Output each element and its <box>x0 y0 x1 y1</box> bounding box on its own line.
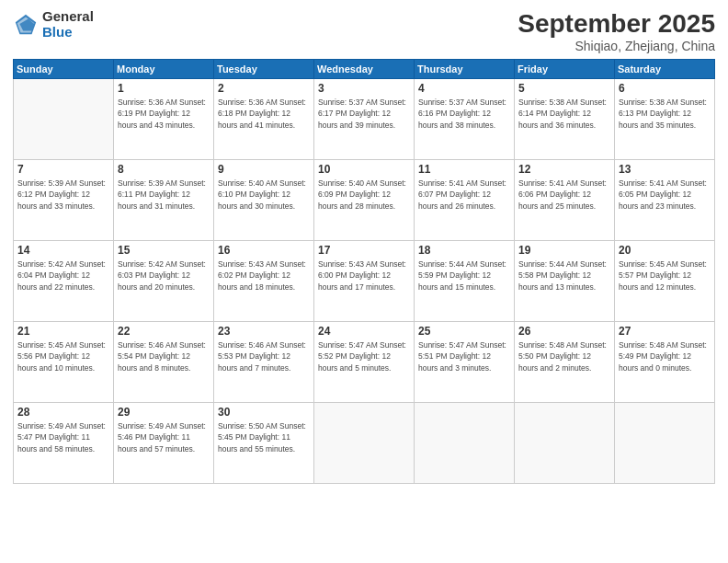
table-row: 7Sunrise: 5:39 AM Sunset: 6:12 PM Daylig… <box>14 160 114 241</box>
day-info: Sunrise: 5:42 AM Sunset: 6:04 PM Dayligh… <box>17 259 109 293</box>
table-row: 17Sunrise: 5:43 AM Sunset: 6:00 PM Dayli… <box>314 241 415 322</box>
logo-blue-text: Blue <box>42 25 94 40</box>
day-number: 23 <box>218 325 310 338</box>
day-number: 30 <box>218 406 310 419</box>
day-number: 15 <box>118 244 210 257</box>
day-info: Sunrise: 5:48 AM Sunset: 5:50 PM Dayligh… <box>518 339 610 373</box>
table-row: 15Sunrise: 5:42 AM Sunset: 6:03 PM Dayli… <box>114 241 214 322</box>
col-wednesday: Wednesday <box>314 60 415 79</box>
col-thursday: Thursday <box>415 60 515 79</box>
day-info: Sunrise: 5:44 AM Sunset: 5:59 PM Dayligh… <box>418 259 510 293</box>
day-number: 19 <box>518 244 610 257</box>
day-info: Sunrise: 5:41 AM Sunset: 6:05 PM Dayligh… <box>619 178 711 212</box>
day-info: Sunrise: 5:39 AM Sunset: 6:11 PM Dayligh… <box>118 178 210 212</box>
table-row: 12Sunrise: 5:41 AM Sunset: 6:06 PM Dayli… <box>515 160 615 241</box>
day-number: 21 <box>17 325 109 338</box>
table-row: 13Sunrise: 5:41 AM Sunset: 6:05 PM Dayli… <box>615 160 715 241</box>
table-row: 26Sunrise: 5:48 AM Sunset: 5:50 PM Dayli… <box>515 322 615 403</box>
table-row: 1Sunrise: 5:36 AM Sunset: 6:19 PM Daylig… <box>114 79 214 160</box>
table-row: 11Sunrise: 5:41 AM Sunset: 6:07 PM Dayli… <box>415 160 515 241</box>
day-number: 10 <box>318 163 410 176</box>
day-number: 22 <box>118 325 210 338</box>
table-row: 20Sunrise: 5:45 AM Sunset: 5:57 PM Dayli… <box>615 241 715 322</box>
day-info: Sunrise: 5:36 AM Sunset: 6:18 PM Dayligh… <box>218 97 310 131</box>
title-block: September 2025 Shiqiao, Zhejiang, China <box>518 9 715 53</box>
table-row: 28Sunrise: 5:49 AM Sunset: 5:47 PM Dayli… <box>14 403 114 484</box>
table-row: 23Sunrise: 5:46 AM Sunset: 5:53 PM Dayli… <box>214 322 314 403</box>
day-info: Sunrise: 5:40 AM Sunset: 6:09 PM Dayligh… <box>318 178 410 212</box>
table-row: 19Sunrise: 5:44 AM Sunset: 5:58 PM Dayli… <box>515 241 615 322</box>
col-monday: Monday <box>114 60 214 79</box>
day-info: Sunrise: 5:47 AM Sunset: 5:51 PM Dayligh… <box>418 339 510 373</box>
table-row: 14Sunrise: 5:42 AM Sunset: 6:04 PM Dayli… <box>14 241 114 322</box>
table-row: 16Sunrise: 5:43 AM Sunset: 6:02 PM Dayli… <box>214 241 314 322</box>
day-number: 28 <box>17 406 109 419</box>
day-info: Sunrise: 5:38 AM Sunset: 6:13 PM Dayligh… <box>619 97 711 131</box>
table-row: 4Sunrise: 5:37 AM Sunset: 6:16 PM Daylig… <box>415 79 515 160</box>
table-row: 22Sunrise: 5:46 AM Sunset: 5:54 PM Dayli… <box>114 322 214 403</box>
day-number: 18 <box>418 244 510 257</box>
table-row: 10Sunrise: 5:40 AM Sunset: 6:09 PM Dayli… <box>314 160 415 241</box>
table-row <box>515 403 615 484</box>
day-info: Sunrise: 5:44 AM Sunset: 5:58 PM Dayligh… <box>518 259 610 293</box>
day-info: Sunrise: 5:48 AM Sunset: 5:49 PM Dayligh… <box>619 339 711 373</box>
table-row <box>14 79 114 160</box>
logo-general-text: General <box>42 9 94 25</box>
day-number: 8 <box>118 163 210 176</box>
day-number: 27 <box>619 325 711 338</box>
day-info: Sunrise: 5:41 AM Sunset: 6:06 PM Dayligh… <box>518 178 610 212</box>
table-row: 27Sunrise: 5:48 AM Sunset: 5:49 PM Dayli… <box>615 322 715 403</box>
table-row: 8Sunrise: 5:39 AM Sunset: 6:11 PM Daylig… <box>114 160 214 241</box>
calendar-week-row: 1Sunrise: 5:36 AM Sunset: 6:19 PM Daylig… <box>14 79 715 160</box>
day-info: Sunrise: 5:43 AM Sunset: 6:00 PM Dayligh… <box>318 259 410 293</box>
table-row: 30Sunrise: 5:50 AM Sunset: 5:45 PM Dayli… <box>214 403 314 484</box>
day-info: Sunrise: 5:46 AM Sunset: 5:54 PM Dayligh… <box>118 339 210 373</box>
day-number: 3 <box>318 82 410 95</box>
day-number: 6 <box>619 82 711 95</box>
day-number: 29 <box>118 406 210 419</box>
day-info: Sunrise: 5:36 AM Sunset: 6:19 PM Dayligh… <box>118 97 210 131</box>
day-info: Sunrise: 5:47 AM Sunset: 5:52 PM Dayligh… <box>318 339 410 373</box>
calendar-week-row: 28Sunrise: 5:49 AM Sunset: 5:47 PM Dayli… <box>14 403 715 484</box>
col-saturday: Saturday <box>615 60 715 79</box>
day-info: Sunrise: 5:37 AM Sunset: 6:16 PM Dayligh… <box>418 97 510 131</box>
table-row: 24Sunrise: 5:47 AM Sunset: 5:52 PM Dayli… <box>314 322 415 403</box>
day-number: 9 <box>218 163 310 176</box>
day-info: Sunrise: 5:46 AM Sunset: 5:53 PM Dayligh… <box>218 339 310 373</box>
day-number: 2 <box>218 82 310 95</box>
day-info: Sunrise: 5:49 AM Sunset: 5:47 PM Dayligh… <box>17 420 109 454</box>
day-number: 20 <box>619 244 711 257</box>
day-info: Sunrise: 5:41 AM Sunset: 6:07 PM Dayligh… <box>418 178 510 212</box>
day-number: 11 <box>418 163 510 176</box>
day-info: Sunrise: 5:43 AM Sunset: 6:02 PM Dayligh… <box>218 259 310 293</box>
day-number: 1 <box>118 82 210 95</box>
calendar-header-row: Sunday Monday Tuesday Wednesday Thursday… <box>14 60 715 79</box>
day-number: 26 <box>518 325 610 338</box>
calendar-week-row: 21Sunrise: 5:45 AM Sunset: 5:56 PM Dayli… <box>14 322 715 403</box>
table-row <box>615 403 715 484</box>
day-number: 12 <box>518 163 610 176</box>
logo: General Blue <box>13 9 94 40</box>
day-number: 4 <box>418 82 510 95</box>
table-row: 29Sunrise: 5:49 AM Sunset: 5:46 PM Dayli… <box>114 403 214 484</box>
table-row: 5Sunrise: 5:38 AM Sunset: 6:14 PM Daylig… <box>515 79 615 160</box>
col-tuesday: Tuesday <box>214 60 314 79</box>
day-info: Sunrise: 5:45 AM Sunset: 5:56 PM Dayligh… <box>17 339 109 373</box>
calendar-week-row: 14Sunrise: 5:42 AM Sunset: 6:04 PM Dayli… <box>14 241 715 322</box>
table-row: 3Sunrise: 5:37 AM Sunset: 6:17 PM Daylig… <box>314 79 415 160</box>
table-row: 25Sunrise: 5:47 AM Sunset: 5:51 PM Dayli… <box>415 322 515 403</box>
table-row: 9Sunrise: 5:40 AM Sunset: 6:10 PM Daylig… <box>214 160 314 241</box>
day-number: 13 <box>619 163 711 176</box>
table-row <box>314 403 415 484</box>
logo-icon <box>13 12 39 38</box>
day-info: Sunrise: 5:37 AM Sunset: 6:17 PM Dayligh… <box>318 97 410 131</box>
day-number: 24 <box>318 325 410 338</box>
day-info: Sunrise: 5:39 AM Sunset: 6:12 PM Dayligh… <box>17 178 109 212</box>
col-friday: Friday <box>515 60 615 79</box>
month-title: September 2025 <box>518 9 715 39</box>
day-info: Sunrise: 5:42 AM Sunset: 6:03 PM Dayligh… <box>118 259 210 293</box>
col-sunday: Sunday <box>14 60 114 79</box>
calendar: Sunday Monday Tuesday Wednesday Thursday… <box>13 59 715 484</box>
table-row: 18Sunrise: 5:44 AM Sunset: 5:59 PM Dayli… <box>415 241 515 322</box>
table-row: 2Sunrise: 5:36 AM Sunset: 6:18 PM Daylig… <box>214 79 314 160</box>
